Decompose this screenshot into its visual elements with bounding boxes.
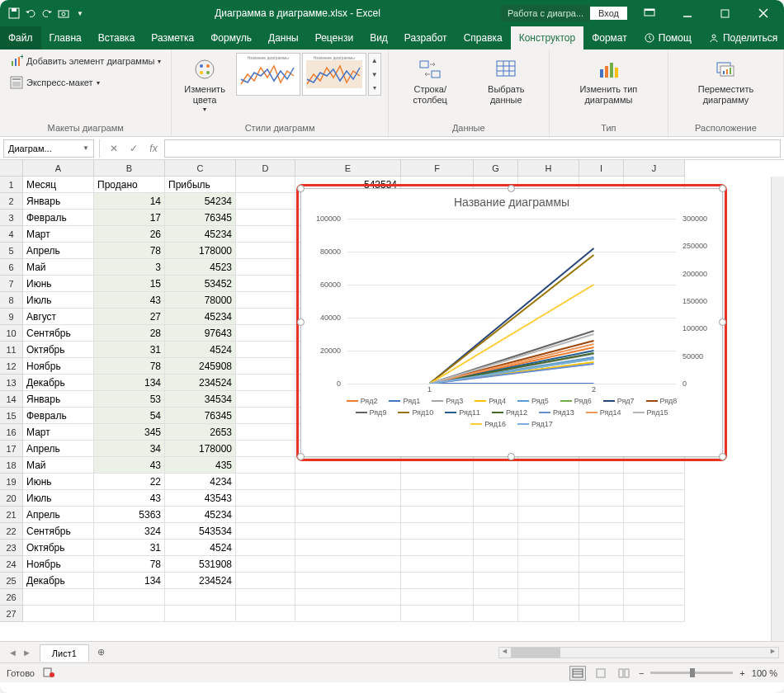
cell[interactable]: Апрель xyxy=(23,243,94,259)
cell[interactable]: 234524 xyxy=(165,375,236,391)
cell[interactable]: 245908 xyxy=(165,358,236,375)
cell[interactable]: 54 xyxy=(94,408,165,424)
resize-handle[interactable] xyxy=(719,185,726,192)
change-colors-button[interactable]: Изменить цвета▾ xyxy=(178,53,230,117)
macro-record-icon[interactable] xyxy=(43,667,54,680)
column-header[interactable]: C xyxy=(165,160,236,177)
cell[interactable] xyxy=(236,259,295,276)
cell[interactable] xyxy=(518,573,579,589)
row-header[interactable]: 22 xyxy=(0,523,23,540)
cell[interactable] xyxy=(474,573,518,589)
legend-item[interactable]: Ряд17 xyxy=(517,420,553,428)
cell[interactable]: 134 xyxy=(94,573,165,589)
cell[interactable] xyxy=(624,490,685,507)
cell[interactable]: Продано xyxy=(94,177,165,193)
cell[interactable] xyxy=(295,540,401,556)
redo-icon[interactable] xyxy=(41,7,53,19)
cell[interactable] xyxy=(624,573,685,589)
cell[interactable]: 43 xyxy=(94,292,165,309)
row-header[interactable]: 15 xyxy=(0,408,23,424)
column-header[interactable]: I xyxy=(579,160,624,177)
cell[interactable] xyxy=(518,474,579,490)
vertical-scrollbar[interactable] xyxy=(771,177,784,641)
cell[interactable]: 15 xyxy=(94,276,165,292)
gallery-more-icon[interactable]: ▾ xyxy=(369,81,380,95)
row-header[interactable]: 16 xyxy=(0,424,23,441)
tab-home[interactable]: Главна xyxy=(41,26,90,50)
tab-file[interactable]: Файл xyxy=(0,26,41,50)
row-header[interactable]: 20 xyxy=(0,490,23,507)
cell[interactable] xyxy=(579,589,624,606)
page-break-view-button[interactable] xyxy=(616,666,632,681)
cell[interactable]: 17 xyxy=(94,210,165,226)
cell[interactable] xyxy=(518,556,579,573)
cell[interactable] xyxy=(474,507,518,523)
row-header[interactable]: 13 xyxy=(0,375,23,391)
qat-dropdown-icon[interactable]: ▼ xyxy=(74,7,86,19)
cell[interactable]: 324 xyxy=(94,523,165,540)
legend-item[interactable]: Ряд2 xyxy=(347,397,378,405)
add-chart-element-button[interactable]: +Добавить элемент диаграммы▾ xyxy=(7,53,164,69)
legend-item[interactable]: Ряд3 xyxy=(432,397,463,405)
cell[interactable]: Январь xyxy=(23,391,94,408)
save-icon[interactable] xyxy=(8,7,20,19)
page-layout-view-button[interactable] xyxy=(593,666,609,681)
tab-data[interactable]: Данны xyxy=(260,26,307,50)
cell[interactable] xyxy=(295,457,401,474)
cell[interactable] xyxy=(236,276,295,292)
cell[interactable] xyxy=(236,589,295,606)
cell[interactable]: Апрель xyxy=(23,441,94,457)
cell[interactable]: 5363 xyxy=(94,507,165,523)
cell[interactable] xyxy=(401,457,474,474)
maximize-button[interactable] xyxy=(710,0,741,26)
change-chart-type-button[interactable]: Изменить тип диаграммы xyxy=(556,53,661,109)
cancel-icon[interactable]: ✕ xyxy=(105,139,123,158)
cell[interactable] xyxy=(624,556,685,573)
cell[interactable]: 178000 xyxy=(165,243,236,259)
cell[interactable] xyxy=(474,540,518,556)
cell[interactable] xyxy=(401,540,474,556)
cell[interactable] xyxy=(236,474,295,490)
cell[interactable] xyxy=(236,210,295,226)
cell[interactable]: 45234 xyxy=(165,309,236,325)
cell[interactable] xyxy=(236,358,295,375)
cell[interactable]: 4524 xyxy=(165,342,236,358)
row-header[interactable]: 14 xyxy=(0,391,23,408)
cell[interactable] xyxy=(624,507,685,523)
legend-item[interactable]: Ряд7 xyxy=(603,397,635,405)
column-header[interactable]: G xyxy=(474,160,518,177)
cell[interactable] xyxy=(579,573,624,589)
row-header[interactable]: 25 xyxy=(0,573,23,589)
row-header[interactable]: 6 xyxy=(0,259,23,276)
cell[interactable] xyxy=(579,606,624,622)
cell[interactable]: 53 xyxy=(94,391,165,408)
column-header[interactable]: E xyxy=(295,160,401,177)
cell[interactable]: Декабрь xyxy=(23,573,94,589)
cell[interactable]: 22 xyxy=(94,474,165,490)
cell[interactable] xyxy=(401,573,474,589)
column-header[interactable]: A xyxy=(23,160,94,177)
cell[interactable] xyxy=(295,507,401,523)
cell[interactable]: 43 xyxy=(94,490,165,507)
cell[interactable] xyxy=(295,573,401,589)
cell[interactable] xyxy=(401,589,474,606)
resize-handle[interactable] xyxy=(508,453,515,460)
chart-style-1[interactable]: Название диаграммы xyxy=(236,53,300,96)
cell[interactable]: 76345 xyxy=(165,408,236,424)
chart-object[interactable]: Название диаграммы 020000400006000080000… xyxy=(300,188,723,457)
cell[interactable]: 543534 xyxy=(165,523,236,540)
row-header[interactable]: 24 xyxy=(0,556,23,573)
cell[interactable] xyxy=(236,391,295,408)
cell[interactable]: 43543 xyxy=(165,490,236,507)
tab-share[interactable]: Поделиться xyxy=(700,26,784,50)
row-header[interactable]: 12 xyxy=(0,358,23,375)
tab-format[interactable]: Формат xyxy=(583,26,635,50)
cell[interactable] xyxy=(94,589,165,606)
cell[interactable]: 97643 xyxy=(165,325,236,342)
row-header[interactable]: 18 xyxy=(0,457,23,474)
tab-help[interactable]: Справка xyxy=(456,26,511,50)
cell[interactable]: 4234 xyxy=(165,474,236,490)
cell[interactable] xyxy=(401,490,474,507)
cell[interactable] xyxy=(295,589,401,606)
dropdown-icon[interactable]: ▼ xyxy=(83,144,89,152)
